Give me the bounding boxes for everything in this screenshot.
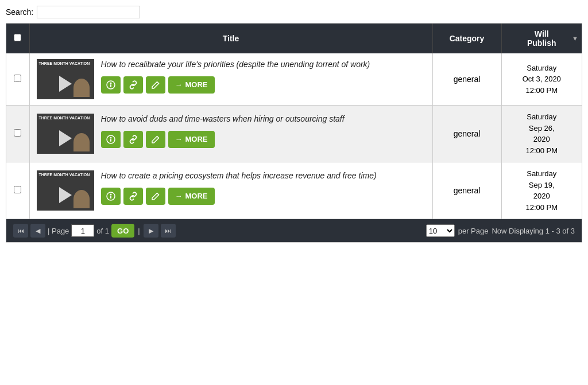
action-buttons: → MORE xyxy=(101,76,370,94)
thumbnail-label: THREE MONTH VACATION xyxy=(39,61,90,66)
row-publish-cell: SaturdaySep 19,202012:00 PM xyxy=(501,162,582,219)
row-category-cell: general xyxy=(432,53,501,106)
row-checkbox[interactable] xyxy=(14,129,21,137)
link-button[interactable] xyxy=(123,188,143,205)
edit-button[interactable] xyxy=(146,188,165,205)
row-checkbox-cell xyxy=(6,162,29,219)
content-table-wrapper: Title Category WillPublish ▼ THREE MONTH… xyxy=(6,23,582,243)
page-prefix: | Page xyxy=(48,227,69,235)
pagination-bar: ⏮ ◀ | Page of 1 GO | ▶ ⏭ 10 25 50 per Pa… xyxy=(6,219,582,242)
edit-button[interactable] xyxy=(146,76,165,94)
thumbnail-figure xyxy=(74,133,90,151)
sort-arrow-icon[interactable]: ▼ xyxy=(572,35,578,42)
thumbnail: THREE MONTH VACATION xyxy=(37,170,94,211)
link-button[interactable] xyxy=(123,131,143,148)
action-buttons: → MORE xyxy=(101,188,377,205)
last-page-button[interactable]: ⏭ xyxy=(161,224,176,238)
action-buttons: → MORE xyxy=(101,131,345,148)
select-all-checkbox[interactable] xyxy=(14,34,21,41)
row-checkbox-cell xyxy=(6,106,29,162)
row-title-cell: THREE MONTH VACATION How to create a pri… xyxy=(29,162,432,219)
thumbnail: THREE MONTH VACATION xyxy=(37,59,94,99)
row-checkbox[interactable] xyxy=(14,75,21,82)
header-publish-text: WillPublish xyxy=(527,29,556,48)
table-row: THREE MONTH VACATION How to avoid duds a… xyxy=(6,106,582,162)
svg-point-0 xyxy=(110,82,111,84)
more-arrow-icon: → xyxy=(175,135,183,143)
thumbnail: THREE MONTH VACATION xyxy=(37,114,94,154)
info-button[interactable] xyxy=(101,188,121,205)
more-label: MORE xyxy=(185,135,208,143)
header-checkbox-cell xyxy=(6,24,29,53)
row-title-text: How to recalibrate your life's prioritie… xyxy=(101,59,370,71)
prev-page-button[interactable]: ◀ xyxy=(30,224,45,238)
play-icon xyxy=(59,130,72,146)
page-number-input[interactable] xyxy=(71,224,94,237)
more-label: MORE xyxy=(185,80,208,89)
more-arrow-icon: → xyxy=(175,80,183,89)
info-button[interactable] xyxy=(101,131,121,148)
per-page-select[interactable]: 10 25 50 xyxy=(426,224,455,237)
svg-rect-1 xyxy=(110,84,111,87)
svg-rect-7 xyxy=(110,196,111,199)
table-row: THREE MONTH VACATION How to recalibrate … xyxy=(6,53,582,106)
row-publish-cell: SaturdayOct 3, 202012:00 PM xyxy=(501,53,582,106)
svg-point-6 xyxy=(110,193,111,195)
thumbnail-figure xyxy=(74,190,90,208)
row-checkbox-cell xyxy=(6,53,29,106)
go-button[interactable]: GO xyxy=(111,224,134,238)
displaying-count: Now Displaying 1 - 3 of 3 xyxy=(492,227,575,235)
thumbnail-figure xyxy=(74,79,90,97)
play-icon xyxy=(59,187,72,203)
pagination-left: ⏮ ◀ | Page of 1 GO | ▶ ⏭ xyxy=(13,224,176,238)
pagination-right: 10 25 50 per Page Now Displaying 1 - 3 o… xyxy=(426,224,575,237)
thumbnail-label: THREE MONTH VACATION xyxy=(39,173,90,177)
more-button[interactable]: → MORE xyxy=(168,76,215,94)
svg-point-3 xyxy=(110,137,111,138)
content-table: Title Category WillPublish ▼ THREE MONTH… xyxy=(6,24,582,219)
play-icon xyxy=(59,76,72,92)
header-publish: WillPublish ▼ xyxy=(501,24,582,53)
more-label: MORE xyxy=(185,192,208,200)
more-arrow-icon: → xyxy=(175,192,183,200)
separator: | xyxy=(138,227,140,235)
table-row: THREE MONTH VACATION How to create a pri… xyxy=(6,162,582,219)
search-label: Search: xyxy=(6,7,33,17)
row-category-cell: general xyxy=(432,162,501,219)
search-bar: Search: xyxy=(6,6,582,18)
row-checkbox[interactable] xyxy=(14,186,21,193)
link-button[interactable] xyxy=(123,76,143,94)
first-page-button[interactable]: ⏮ xyxy=(13,224,28,238)
row-title-cell: THREE MONTH VACATION How to recalibrate … xyxy=(29,53,432,106)
more-button[interactable]: → MORE xyxy=(168,131,215,148)
page-suffix: of 1 xyxy=(96,227,109,235)
row-publish-cell: SaturdaySep 26,202012:00 PM xyxy=(501,106,582,162)
svg-rect-4 xyxy=(110,139,111,142)
header-title: Title xyxy=(29,24,432,53)
header-category: Category xyxy=(432,24,501,53)
row-title-text: How to avoid duds and time-wasters when … xyxy=(101,114,345,125)
thumbnail-label: THREE MONTH VACATION xyxy=(39,116,90,120)
info-button[interactable] xyxy=(101,76,121,94)
row-title-text: How to create a pricing ecosystem that h… xyxy=(101,170,377,182)
search-input[interactable] xyxy=(37,6,140,18)
per-page-label: per Page xyxy=(458,227,489,235)
edit-button[interactable] xyxy=(146,131,165,148)
row-title-cell: THREE MONTH VACATION How to avoid duds a… xyxy=(29,106,432,162)
more-button[interactable]: → MORE xyxy=(168,188,215,205)
next-page-button[interactable]: ▶ xyxy=(144,224,158,238)
row-category-cell: general xyxy=(432,106,501,162)
